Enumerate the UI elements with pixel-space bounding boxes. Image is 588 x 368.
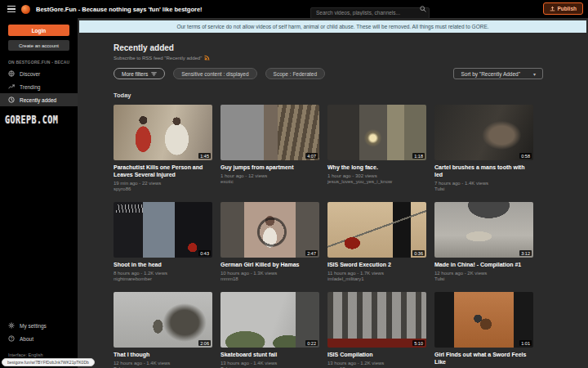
video-card[interactable]: 2:06 That I though 12 hours ago - 1.4K v… [114,292,212,368]
video-card[interactable]: 5:10 ISIS Compilation 13 hours ago - 1.2… [327,292,426,368]
video-duration-badge: 1:18 [412,153,425,159]
sensitive-content-filter[interactable]: Sensitive content : displayed [173,68,256,79]
sidebar-item-trending[interactable]: Trending [0,80,78,93]
video-channel[interactable]: nightmarebomber [114,276,212,281]
video-duration-badge: 2:06 [198,340,211,346]
main-area: Our terms of service do not allow videos… [78,18,588,368]
video-duration-badge: 0:58 [519,153,532,159]
content: Recently added Subscribe to RSS feed "Re… [78,43,588,368]
sidebar-item-label: My settings [20,323,47,329]
video-channel[interactable]: spyro86 [114,186,212,191]
video-channel[interactable]: imladel_military1 [327,276,426,281]
video-meta: 12 hours ago - 2K views [434,271,533,276]
video-card[interactable]: 0:36 ISIS Sword Execution 2 11 hours ago… [327,202,426,281]
video-duration-badge: 5:10 [412,340,425,346]
video-title[interactable]: Guy jumps from apartment [220,164,319,171]
sort-dropdown-label: Sort by "Recently Added" [461,71,520,77]
video-thumbnail[interactable]: 1:01 [434,292,533,348]
video-card[interactable]: 0:22 Skateboard stunt fail 13 hours ago … [220,292,319,368]
video-thumbnail[interactable]: 3:12 [434,202,533,258]
video-title[interactable]: Parachutist Kills one Person and Leaves … [114,164,212,178]
chevron-down-icon: ▾ [533,71,536,77]
upload-icon [550,6,555,11]
video-meta: 13 hours ago - 1.4K views [220,361,319,366]
video-thumbnail[interactable]: 5:10 [327,292,426,348]
video-thumbnail[interactable]: 2:47 [220,202,319,258]
app-root: BestGore.Fun - Because nothing says 'fun… [0,0,588,368]
video-channel[interactable]: exotic [220,179,319,184]
more-filters-label: More filters [122,71,148,77]
video-duration-badge: 1:01 [519,340,532,346]
video-channel[interactable]: mmm18 [220,276,319,281]
search-icon[interactable] [420,6,426,12]
video-card[interactable]: 1:45 Parachutist Kills one Person and Le… [114,105,212,191]
publish-button[interactable]: Publish [543,2,583,15]
video-meta: 11 hours ago - 1.7K views [327,271,426,276]
sidebar-logo-text[interactable]: GOREPB.COM [5,114,73,126]
video-card[interactable]: 4:07 Guy jumps from apartment 1 hour ago… [220,105,319,191]
interface-language-label[interactable]: Interface: English [8,352,69,357]
video-meta: 13 hours ago - 1.2K views [327,361,426,366]
video-title[interactable]: German Girl Killed by Hamas [220,261,319,268]
video-card[interactable]: 1:18 Why the long face. 1 hour ago - 302… [327,105,426,191]
video-channel[interactable]: jesus_loves_you_yes_i_know [327,179,426,184]
top-header: BestGore.Fun - Because nothing says 'fun… [0,0,588,18]
video-title[interactable]: Shoot in the head [114,261,212,268]
svg-text:?: ? [11,337,13,341]
video-channel[interactable]: Tulsi [434,276,533,281]
more-filters-button[interactable]: More filters [114,68,165,79]
video-card[interactable]: 0:58 Cartel brushes a mans tooth with le… [434,105,533,191]
video-meta: 1 hour ago - 12 views [220,173,319,178]
video-title[interactable]: ISIS Sword Execution 2 [327,261,426,268]
video-card[interactable]: 1:01 Girl Finds out what a Sword Feels L… [434,292,533,368]
sidebar-item-label: Recently added [20,97,56,103]
video-meta: 7 hours ago - 1.4K views [434,181,533,186]
video-title[interactable]: That I though [114,351,212,358]
video-title[interactable]: ISIS Compilation [327,351,426,358]
sidebar-item-recently-added[interactable]: Recently added [0,93,78,106]
site-logo-icon[interactable] [21,5,30,14]
video-thumbnail[interactable]: 1:18 [327,105,426,160]
sidebar-item-label: About [20,336,33,342]
video-duration-badge: 2:47 [305,250,318,256]
video-thumbnail[interactable]: 4:07 [220,105,319,160]
video-title[interactable]: Made in China! - Compilation #1 [434,261,533,268]
video-meta: 12 hours ago - 1.4K views [114,361,212,366]
rss-subscribe-label[interactable]: Subscribe to RSS feed "Recently added" [114,56,202,61]
create-account-button[interactable]: Create an account [8,40,69,51]
sidebar-item-discover[interactable]: Discover [0,67,78,80]
video-title[interactable]: Girl Finds out what a Sword Feels Like [434,351,533,366]
filters-row: More filters Sensitive content : display… [114,68,543,79]
video-thumbnail[interactable]: 0:43 [114,202,212,258]
menu-toggle-icon[interactable] [7,6,16,12]
video-thumbnail[interactable]: 2:06 [114,292,212,348]
video-thumbnail[interactable]: 0:22 [220,292,319,348]
help-icon: ? [8,335,15,342]
video-thumbnail[interactable]: 0:58 [434,105,533,160]
sidebar-item-my-settings[interactable]: My settings [0,319,78,332]
video-thumbnail[interactable]: 0:36 [327,202,426,258]
search-container [310,3,430,15]
sidebar: Login Create an account ON BESTGORE.FUN … [0,18,78,368]
sort-dropdown[interactable]: Sort by "Recently Added" ▾ [453,68,543,79]
video-card[interactable]: 3:12 Made in China! - Compilation #1 12 … [434,202,533,281]
search-input[interactable] [310,7,430,19]
video-card[interactable]: 0:43 Shoot in the head 8 hours ago - 1.2… [114,202,212,281]
login-button[interactable]: Login [8,25,69,36]
rss-icon[interactable] [204,55,210,61]
video-channel[interactable]: Tulsi [434,186,533,191]
globe-icon [8,70,15,77]
date-group-label: Today [114,92,543,99]
video-duration-badge: 0:22 [305,340,318,346]
terms-banner: Our terms of service do not allow videos… [79,20,586,33]
video-card[interactable]: 2:47 German Girl Killed by Hamas 10 hour… [220,202,319,281]
video-duration-badge: 3:12 [519,250,532,256]
video-thumbnail[interactable]: 1:45 [114,105,212,160]
video-meta: 19 min ago - 22 views [114,181,212,186]
scope-filter[interactable]: Scope : Federated [265,68,325,79]
video-title[interactable]: Skateboard stunt fail [220,351,319,358]
site-title[interactable]: BestGore.Fun - Because nothing says 'fun… [36,6,203,13]
video-title[interactable]: Why the long face. [327,164,426,171]
video-title[interactable]: Cartel brushes a mans tooth with led [434,164,533,178]
sidebar-item-about[interactable]: ? About [0,332,78,345]
